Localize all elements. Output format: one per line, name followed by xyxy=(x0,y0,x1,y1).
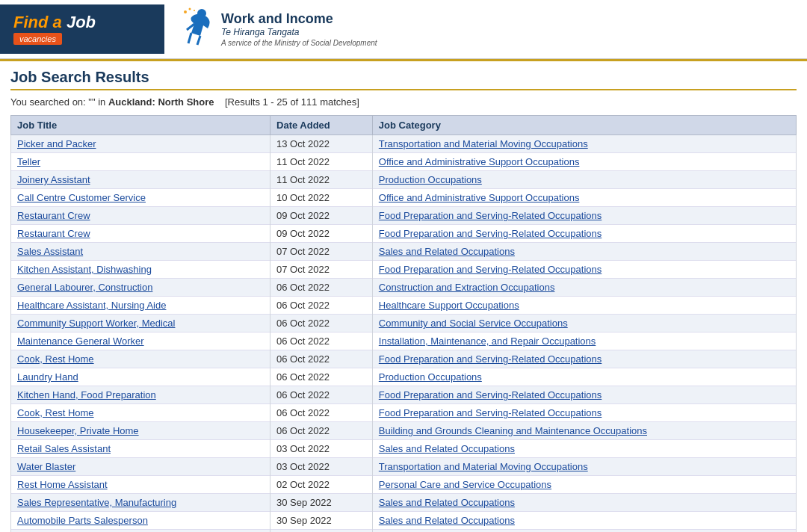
job-title-link[interactable]: Rest Home Assistant xyxy=(17,479,108,490)
date-cell: 28 Sep 2022 xyxy=(270,530,373,533)
date-cell: 07 Oct 2022 xyxy=(270,261,373,279)
table-row: Automobile Parts Salesperson30 Sep 2022S… xyxy=(11,512,797,530)
category-link[interactable]: Office and Administrative Support Occupa… xyxy=(379,156,580,167)
category-cell: Sales and Related Occupations xyxy=(372,512,796,530)
date-cell: 06 Oct 2022 xyxy=(270,297,373,315)
table-row: Sales Representative, Manufacturing30 Se… xyxy=(11,494,797,512)
category-cell: Food Preparation and Serving-Related Occ… xyxy=(372,207,796,225)
table-row: Joinery Assistant11 Oct 2022Production O… xyxy=(11,171,797,189)
job-title-link[interactable]: Teller xyxy=(17,156,40,167)
job-title-cell: Sales Representative, Manufacturing xyxy=(11,494,270,512)
date-cell: 06 Oct 2022 xyxy=(270,386,373,404)
job-title-link[interactable]: Sales Representative, Manufacturing xyxy=(17,497,176,508)
category-link[interactable]: Food Preparation and Serving-Related Occ… xyxy=(379,407,602,418)
date-cell: 09 Oct 2022 xyxy=(270,225,373,243)
job-title-cell: Kitchen Hand, Food Preparation xyxy=(11,386,270,404)
category-link[interactable]: Construction and Extraction Occupations xyxy=(379,282,555,293)
category-link[interactable]: Office and Administrative Support Occupa… xyxy=(379,192,580,203)
date-cell: 11 Oct 2022 xyxy=(270,171,373,189)
job-title-link[interactable]: Picker and Packer xyxy=(17,138,96,149)
job-title-link[interactable]: Kitchen Hand, Food Preparation xyxy=(17,389,156,400)
col-header-category: Job Category xyxy=(372,116,796,135)
job-title-link[interactable]: General Labourer, Construction xyxy=(17,282,152,293)
category-link[interactable]: Personal Care and Service Occupations xyxy=(379,479,551,490)
job-title-cell: Housekeeper, Private Home xyxy=(11,422,270,440)
category-cell: Food Preparation and Serving-Related Occ… xyxy=(372,261,796,279)
job-title-link[interactable]: Sales Assistant xyxy=(17,246,83,257)
job-title-cell: Healthcare Assistant, Nursing Aide xyxy=(11,297,270,315)
job-title-link[interactable]: Maintenance General Worker xyxy=(17,335,144,347)
work-income-logo-area: Work and Income Te Hiranga Tangata A ser… xyxy=(164,0,392,58)
category-link[interactable]: Sales and Related Occupations xyxy=(379,246,515,257)
table-row: Water Blaster03 Oct 2022Transportation a… xyxy=(11,458,797,476)
job-title-cell: Water Blaster xyxy=(11,458,270,476)
category-cell: Production Occupations xyxy=(372,171,796,189)
job-title-link[interactable]: Restaurant Crew xyxy=(17,228,90,239)
category-cell: Community and Social Service Occupations xyxy=(372,315,796,332)
date-cell: 03 Oct 2022 xyxy=(270,440,373,458)
category-link[interactable]: Transportation and Material Moving Occup… xyxy=(379,138,588,149)
category-link[interactable]: Building and Grounds Cleaning and Mainte… xyxy=(379,425,647,436)
category-cell: Food Preparation and Serving-Related Occ… xyxy=(372,225,796,243)
category-link[interactable]: Food Preparation and Serving-Related Occ… xyxy=(379,210,602,221)
job-title-link[interactable]: Water Blaster xyxy=(17,461,75,472)
job-title-cell: Kitchen Assistant, Dishwashing xyxy=(11,261,270,279)
job-title-link[interactable]: Laundry Hand xyxy=(17,371,78,383)
job-title-cell: Teller xyxy=(11,153,270,171)
search-info: You searched on: "" in Auckland: North S… xyxy=(10,96,797,108)
category-cell: Sales and Related Occupations xyxy=(372,494,796,512)
job-title-link[interactable]: Restaurant Crew xyxy=(17,210,90,221)
category-link[interactable]: Sales and Related Occupations xyxy=(379,497,515,508)
date-cell: 09 Oct 2022 xyxy=(270,207,373,225)
job-title-link[interactable]: Community Support Worker, Medical xyxy=(17,318,175,329)
job-title-cell: Graphic Designer xyxy=(11,530,270,533)
job-title-link[interactable]: Healthcare Assistant, Nursing Aide xyxy=(17,300,166,311)
find-job-logo: Find a Job vacancies xyxy=(0,4,164,54)
job-title-cell: Restaurant Crew xyxy=(11,225,270,243)
category-link[interactable]: Food Preparation and Serving-Related Occ… xyxy=(379,264,602,275)
job-title-cell: Rest Home Assistant xyxy=(11,476,270,494)
date-cell: 03 Oct 2022 xyxy=(270,458,373,476)
table-row: Restaurant Crew09 Oct 2022Food Preparati… xyxy=(11,207,797,225)
page-title: Job Search Results xyxy=(10,69,797,90)
category-cell: Transportation and Material Moving Occup… xyxy=(372,458,796,476)
category-link[interactable]: Production Occupations xyxy=(379,371,482,383)
job-title-link[interactable]: Housekeeper, Private Home xyxy=(17,425,139,436)
svg-point-2 xyxy=(189,8,191,10)
job-title-link[interactable]: Cook, Rest Home xyxy=(17,407,94,418)
category-link[interactable]: Sales and Related Occupations xyxy=(379,515,515,526)
table-row: Graphic Designer28 Sep 2022Arts, Design,… xyxy=(11,530,797,533)
site-header: Find a Job vacancies Work xyxy=(0,0,807,59)
category-link[interactable]: Installation, Maintenance, and Repair Oc… xyxy=(379,335,596,347)
category-link[interactable]: Food Preparation and Serving-Related Occ… xyxy=(379,389,602,400)
category-link[interactable]: Sales and Related Occupations xyxy=(379,443,515,454)
job-title-cell: Restaurant Crew xyxy=(11,207,270,225)
category-link[interactable]: Production Occupations xyxy=(379,174,482,185)
job-title-cell: Automobile Parts Salesperson xyxy=(11,512,270,530)
job-title-link[interactable]: Automobile Parts Salesperson xyxy=(17,515,148,526)
category-link[interactable]: Community and Social Service Occupations xyxy=(379,318,568,329)
work-income-icon xyxy=(179,7,215,51)
table-row: Picker and Packer13 Oct 2022Transportati… xyxy=(11,135,797,153)
category-link[interactable]: Healthcare Support Occupations xyxy=(379,300,519,311)
job-title-link[interactable]: Joinery Assistant xyxy=(17,174,90,185)
category-link[interactable]: Food Preparation and Serving-Related Occ… xyxy=(379,228,602,239)
job-title-cell: Joinery Assistant xyxy=(11,171,270,189)
table-row: Restaurant Crew09 Oct 2022Food Preparati… xyxy=(11,225,797,243)
col-header-title: Job Title xyxy=(11,116,270,135)
category-cell: Installation, Maintenance, and Repair Oc… xyxy=(372,332,796,350)
svg-point-1 xyxy=(184,10,187,13)
category-cell: Personal Care and Service Occupations xyxy=(372,476,796,494)
job-title-link[interactable]: Call Centre Customer Service xyxy=(17,192,146,203)
job-title-link[interactable]: Cook, Rest Home xyxy=(17,353,94,365)
job-title-link[interactable]: Retail Sales Assistant xyxy=(17,443,111,454)
category-link[interactable]: Food Preparation and Serving-Related Occ… xyxy=(379,353,602,365)
job-title-cell: Cook, Rest Home xyxy=(11,350,270,368)
category-link[interactable]: Transportation and Material Moving Occup… xyxy=(379,461,588,472)
table-row: Healthcare Assistant, Nursing Aide06 Oct… xyxy=(11,297,797,315)
job-title-cell: Maintenance General Worker xyxy=(11,332,270,350)
category-cell: Food Preparation and Serving-Related Occ… xyxy=(372,386,796,404)
results-table: Job Title Date Added Job Category Picker… xyxy=(10,115,797,532)
date-cell: 02 Oct 2022 xyxy=(270,476,373,494)
job-title-link[interactable]: Kitchen Assistant, Dishwashing xyxy=(17,264,152,275)
